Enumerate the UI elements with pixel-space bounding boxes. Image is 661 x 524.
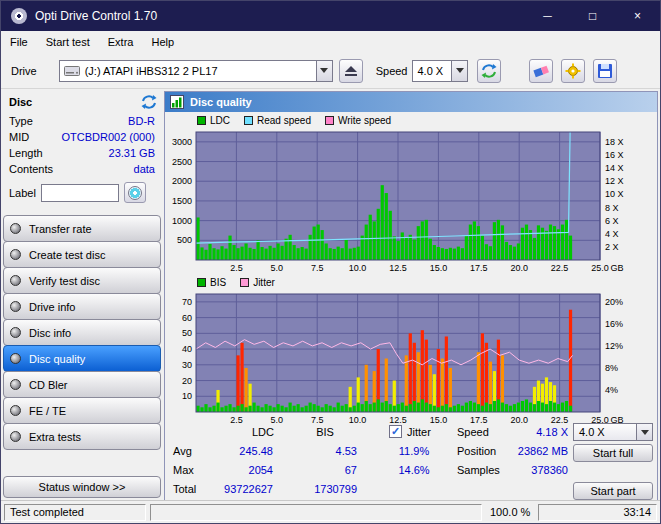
app-icon — [11, 8, 27, 24]
ldc-read-speed-chart: 2.55.07.510.012.515.017.520.022.525.0300… — [166, 128, 658, 284]
total-bis-value: 1730799 — [287, 483, 357, 495]
menu-bar: File Start test Extra Help — [1, 31, 660, 53]
disc-mid-label: MID — [9, 131, 29, 143]
svg-text:1500: 1500 — [172, 196, 192, 206]
eject-button[interactable] — [339, 59, 363, 83]
progress-percent: 100.0 % — [490, 506, 530, 518]
svg-text:60: 60 — [182, 313, 192, 323]
write-speed-legend-swatch — [325, 116, 334, 125]
svg-text:1000: 1000 — [172, 216, 192, 226]
sidebar-item-label: Create test disc — [29, 249, 105, 261]
drive-select[interactable]: (J:) ATAPI iHBS312 2 PL17 — [59, 60, 333, 82]
svg-text:22.5: 22.5 — [551, 263, 569, 273]
svg-text:2 X: 2 X — [605, 242, 619, 252]
svg-text:17.5: 17.5 — [470, 263, 488, 273]
save-icon — [597, 63, 613, 79]
sidebar-item-verify-test-disc[interactable]: Verify test disc — [3, 267, 161, 294]
svg-text:4 X: 4 X — [605, 229, 619, 239]
avg-bis-value: 4.53 — [287, 445, 357, 457]
sidebar-item-disc-quality[interactable]: Disc quality — [3, 345, 161, 372]
status-message: Test completed — [10, 506, 84, 518]
bis-column-header: BIS — [290, 426, 360, 438]
jitter-checkbox[interactable]: ✓ — [389, 425, 402, 438]
save-results-button[interactable] — [593, 59, 617, 83]
button-dot-icon — [10, 431, 21, 442]
total-ldc-value: 93722627 — [203, 483, 273, 495]
speed-select[interactable]: 4.0 X — [412, 60, 468, 82]
jitter-legend-swatch — [240, 278, 249, 287]
menu-extra[interactable]: Extra — [99, 31, 143, 53]
disc-section-title: Disc — [9, 96, 32, 108]
refresh-button[interactable] — [477, 59, 501, 83]
sidebar-item-fe-te[interactable]: FE / TE — [3, 397, 161, 424]
sidebar-item-create-test-disc[interactable]: Create test disc — [3, 241, 161, 268]
total-row-label: Total — [173, 483, 196, 495]
menu-help[interactable]: Help — [142, 31, 183, 53]
refresh-icon — [481, 63, 497, 79]
sidebar-item-disc-info[interactable]: Disc info — [3, 319, 161, 346]
button-dot-icon — [10, 327, 21, 338]
max-jitter-value: 14.6% — [378, 464, 450, 476]
status-message-cell: Test completed — [4, 504, 146, 521]
speed-summary-value: 4.18 X — [495, 426, 568, 438]
sidebar-item-drive-info[interactable]: Drive info — [3, 293, 161, 320]
position-value: 23862 MB — [495, 445, 568, 457]
svg-text:16 X: 16 X — [605, 150, 624, 160]
disc-label-row: Label — [3, 179, 161, 206]
drive-select-arrow[interactable] — [316, 61, 332, 81]
toolbar: Drive (J:) ATAPI iHBS312 2 PL17 Speed 4.… — [1, 53, 660, 89]
sidebar-item-cd-bler[interactable]: CD Bler — [3, 371, 161, 398]
bottom-chart-legend: BIS Jitter — [197, 277, 275, 288]
summary-area: LDC BIS ✓ Jitter Speed 4.18 X 4.0 X Avg … — [165, 422, 657, 501]
menu-file[interactable]: File — [1, 31, 37, 53]
bis-legend-label: BIS — [210, 277, 226, 288]
button-dot-icon — [10, 249, 21, 260]
sidebar-item-label: Disc info — [29, 327, 71, 339]
svg-text:8 X: 8 X — [605, 203, 619, 213]
rescan-speed-select[interactable]: 4.0 X — [573, 423, 653, 441]
max-row-label: Max — [173, 464, 194, 476]
svg-text:2000: 2000 — [172, 176, 192, 186]
disc-label-button[interactable] — [124, 182, 146, 203]
disc-quality-panel: Disc quality LDC Read speed Write speed … — [164, 91, 658, 502]
jitter-legend-label: Jitter — [253, 277, 275, 288]
erase-disc-button[interactable] — [529, 59, 553, 83]
bis-legend-swatch — [197, 278, 206, 287]
ldc-legend-label: LDC — [210, 115, 230, 126]
minimize-button[interactable]: ─ — [525, 1, 570, 31]
progress-bar — [150, 504, 482, 521]
start-full-button[interactable]: Start full — [573, 444, 653, 462]
sidebar-item-transfer-rate[interactable]: Transfer rate — [3, 215, 161, 242]
rescan-speed-arrow[interactable] — [636, 424, 652, 440]
menu-start-test[interactable]: Start test — [37, 31, 99, 53]
write-speed-legend-label: Write speed — [338, 115, 391, 126]
disc-length-label: Length — [9, 147, 43, 159]
speed-select-arrow[interactable] — [451, 61, 467, 81]
svg-text:12%: 12% — [605, 341, 623, 351]
svg-text:3000: 3000 — [172, 137, 192, 147]
svg-text:30: 30 — [182, 360, 192, 370]
close-button[interactable]: × — [615, 1, 660, 31]
sidebar-item-extra-tests[interactable]: Extra tests — [3, 423, 161, 450]
svg-text:20.0: 20.0 — [510, 263, 528, 273]
sidebar-buttons: Transfer rate Create test disc Verify te… — [3, 215, 161, 450]
ldc-legend-swatch — [197, 116, 206, 125]
disc-contents-value[interactable]: data — [134, 163, 155, 175]
samples-label: Samples — [457, 464, 500, 476]
disc-refresh-icon[interactable] — [141, 94, 157, 110]
sidebar-item-label: Drive info — [29, 301, 75, 313]
svg-text:10 X: 10 X — [605, 189, 624, 199]
elapsed-time: 33:14 — [623, 506, 651, 518]
svg-text:8%: 8% — [605, 363, 618, 373]
cd-icon — [128, 186, 142, 200]
status-window-button[interactable]: Status window >> — [3, 476, 161, 498]
max-bis-value: 67 — [287, 464, 357, 476]
speed-value: 4.0 X — [417, 65, 443, 77]
disc-label-input[interactable] — [41, 184, 119, 202]
settings-button[interactable] — [561, 59, 585, 83]
svg-text:2500: 2500 — [172, 157, 192, 167]
maximize-button[interactable]: □ — [570, 1, 615, 31]
panel-title: Disc quality — [190, 96, 252, 108]
start-part-button[interactable]: Start part — [573, 482, 653, 500]
button-dot-icon — [10, 405, 21, 416]
